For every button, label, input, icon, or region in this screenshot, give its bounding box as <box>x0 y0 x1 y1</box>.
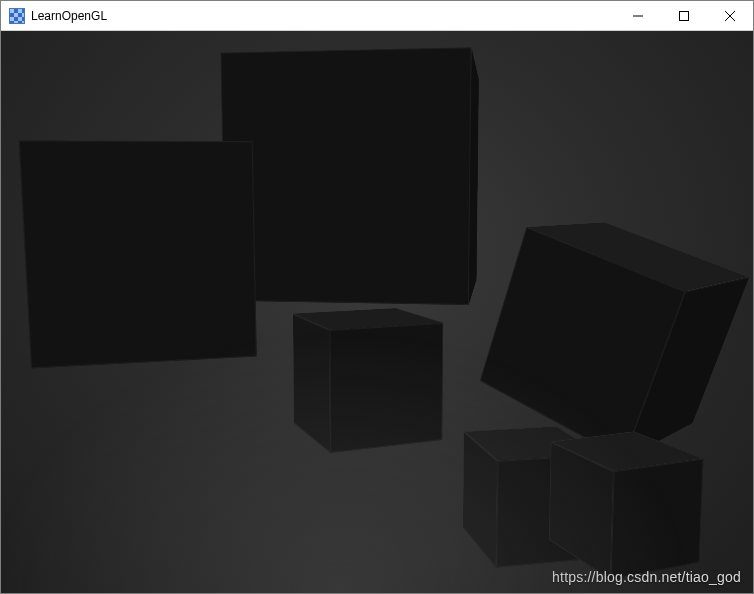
minimize-icon <box>633 11 643 21</box>
window-title: LearnOpenGL <box>31 9 107 23</box>
maximize-icon <box>679 11 689 21</box>
svg-rect-1 <box>680 11 689 20</box>
app-icon <box>9 8 25 24</box>
close-icon <box>725 11 735 21</box>
opengl-viewport[interactable]: https://blog.csdn.net/tiao_god <box>1 31 753 593</box>
app-window: LearnOpenGL <box>0 0 754 594</box>
title-bar[interactable]: LearnOpenGL <box>1 1 753 31</box>
close-button[interactable] <box>707 1 753 31</box>
minimize-button[interactable] <box>615 1 661 31</box>
client-area: https://blog.csdn.net/tiao_god <box>1 31 753 593</box>
maximize-button[interactable] <box>661 1 707 31</box>
